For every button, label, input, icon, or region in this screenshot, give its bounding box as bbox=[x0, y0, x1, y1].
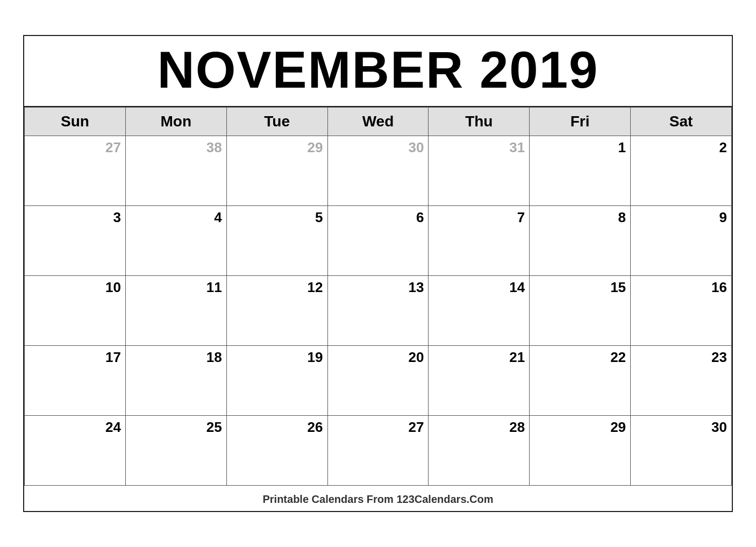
day-number: 27 bbox=[27, 139, 121, 156]
day-number: 13 bbox=[330, 279, 424, 296]
day-number: 12 bbox=[229, 279, 323, 296]
weekday-header-tue: Tue bbox=[226, 107, 327, 136]
calendar-cell: 16 bbox=[631, 275, 732, 345]
calendar-cell: 30 bbox=[631, 415, 732, 485]
day-number: 29 bbox=[532, 419, 626, 436]
calendar-cell: 24 bbox=[25, 415, 126, 485]
day-number: 10 bbox=[27, 279, 121, 296]
weekday-header-sun: Sun bbox=[25, 107, 126, 136]
day-number: 19 bbox=[229, 349, 323, 366]
calendar-cell: 7 bbox=[429, 205, 530, 275]
day-number: 31 bbox=[431, 139, 525, 156]
calendar-cell: 10 bbox=[25, 275, 126, 345]
calendar-cell: 27 bbox=[327, 415, 429, 485]
day-number: 21 bbox=[431, 349, 525, 366]
day-number: 2 bbox=[633, 139, 727, 156]
calendar-container: NOVEMBER 2019 SunMonTueWedThuFriSat 2738… bbox=[23, 35, 733, 512]
day-number: 16 bbox=[633, 279, 727, 296]
day-number: 14 bbox=[431, 279, 525, 296]
week-row-3: 10111213141516 bbox=[25, 275, 732, 345]
calendar-cell: 31 bbox=[429, 136, 530, 205]
calendar-cell: 23 bbox=[631, 345, 732, 415]
calendar-cell: 13 bbox=[327, 275, 429, 345]
day-number: 22 bbox=[532, 349, 626, 366]
calendar-cell: 6 bbox=[327, 205, 429, 275]
weekday-header-row: SunMonTueWedThuFriSat bbox=[25, 107, 732, 136]
footer-brand: 123Calendars.Com bbox=[396, 493, 493, 505]
calendar-cell: 1 bbox=[530, 136, 631, 205]
day-number: 20 bbox=[330, 349, 424, 366]
week-row-2: 3456789 bbox=[25, 205, 732, 275]
day-number: 5 bbox=[229, 209, 323, 226]
day-number: 38 bbox=[128, 139, 222, 156]
calendar-grid: SunMonTueWedThuFriSat 273829303112345678… bbox=[24, 107, 732, 486]
calendar-footer: Printable Calendars From 123Calendars.Co… bbox=[24, 486, 732, 511]
day-number: 8 bbox=[532, 209, 626, 226]
calendar-cell: 12 bbox=[226, 275, 327, 345]
day-number: 29 bbox=[229, 139, 323, 156]
calendar-cell: 27 bbox=[25, 136, 126, 205]
day-number: 27 bbox=[330, 419, 424, 436]
calendar-title: NOVEMBER 2019 bbox=[24, 36, 732, 107]
weekday-header-thu: Thu bbox=[429, 107, 530, 136]
day-number: 18 bbox=[128, 349, 222, 366]
calendar-cell: 9 bbox=[631, 205, 732, 275]
day-number: 24 bbox=[27, 419, 121, 436]
calendar-cell: 5 bbox=[226, 205, 327, 275]
calendar-cell: 29 bbox=[226, 136, 327, 205]
calendar-cell: 29 bbox=[530, 415, 631, 485]
calendar-cell: 30 bbox=[327, 136, 429, 205]
day-number: 28 bbox=[431, 419, 525, 436]
calendar-cell: 19 bbox=[226, 345, 327, 415]
day-number: 25 bbox=[128, 419, 222, 436]
calendar-cell: 8 bbox=[530, 205, 631, 275]
calendar-cell: 3 bbox=[25, 205, 126, 275]
calendar-cell: 15 bbox=[530, 275, 631, 345]
day-number: 30 bbox=[330, 139, 424, 156]
day-number: 30 bbox=[633, 419, 727, 436]
calendar-cell: 20 bbox=[327, 345, 429, 415]
day-number: 15 bbox=[532, 279, 626, 296]
day-number: 26 bbox=[229, 419, 323, 436]
day-number: 23 bbox=[633, 349, 727, 366]
calendar-cell: 38 bbox=[125, 136, 226, 205]
day-number: 9 bbox=[633, 209, 727, 226]
week-row-1: 273829303112 bbox=[25, 136, 732, 205]
calendar-cell: 17 bbox=[25, 345, 126, 415]
day-number: 11 bbox=[128, 279, 222, 296]
weekday-header-sat: Sat bbox=[631, 107, 732, 136]
week-row-4: 17181920212223 bbox=[25, 345, 732, 415]
calendar-cell: 14 bbox=[429, 275, 530, 345]
weekday-header-wed: Wed bbox=[327, 107, 429, 136]
calendar-cell: 26 bbox=[226, 415, 327, 485]
calendar-cell: 21 bbox=[429, 345, 530, 415]
calendar-cell: 28 bbox=[429, 415, 530, 485]
day-number: 6 bbox=[330, 209, 424, 226]
weekday-header-fri: Fri bbox=[530, 107, 631, 136]
day-number: 7 bbox=[431, 209, 525, 226]
calendar-cell: 2 bbox=[631, 136, 732, 205]
calendar-cell: 25 bbox=[125, 415, 226, 485]
week-row-5: 24252627282930 bbox=[25, 415, 732, 485]
footer-text: Printable Calendars From bbox=[262, 493, 396, 505]
day-number: 17 bbox=[27, 349, 121, 366]
day-number: 1 bbox=[532, 139, 626, 156]
calendar-cell: 4 bbox=[125, 205, 226, 275]
weekday-header-mon: Mon bbox=[125, 107, 226, 136]
calendar-cell: 22 bbox=[530, 345, 631, 415]
day-number: 3 bbox=[27, 209, 121, 226]
day-number: 4 bbox=[128, 209, 222, 226]
calendar-cell: 11 bbox=[125, 275, 226, 345]
calendar-cell: 18 bbox=[125, 345, 226, 415]
